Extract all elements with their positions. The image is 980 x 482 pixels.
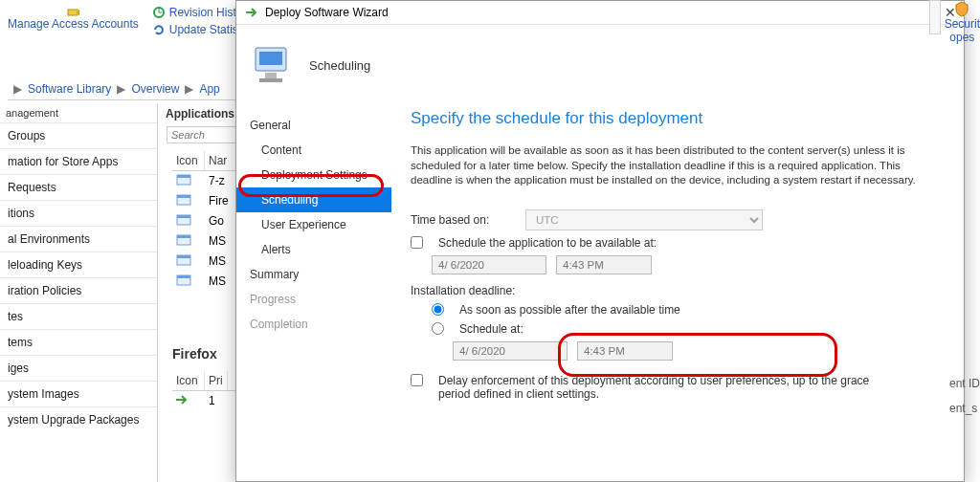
time-based-label: Time based on: xyxy=(411,213,516,227)
deadline-schedule-label: Schedule at: xyxy=(459,322,523,336)
left-nav-item[interactable]: tems xyxy=(0,329,157,355)
schedule-available-checkbox[interactable] xyxy=(411,236,423,249)
security-icon xyxy=(953,0,970,17)
deadline-time-input[interactable] xyxy=(577,341,673,361)
breadcrumb-item[interactable]: Overview xyxy=(131,82,179,96)
left-nav-item[interactable]: Requests xyxy=(0,174,157,200)
left-nav-item[interactable]: iges xyxy=(0,355,157,381)
schedule-available-label: Schedule the application to be available… xyxy=(438,236,657,250)
svg-rect-10 xyxy=(177,235,190,238)
breadcrumb-item[interactable]: Software Library xyxy=(28,82,111,96)
toolbar-label: Manage Access Accounts xyxy=(8,17,139,31)
left-nav-item[interactable]: tes xyxy=(0,303,157,329)
svg-rect-16 xyxy=(259,52,282,65)
wizard-titlebar: Deploy Software Wizard ✕ xyxy=(236,1,964,25)
content-description: This application will be available as so… xyxy=(411,143,945,188)
left-nav-item[interactable]: itions xyxy=(0,200,157,226)
delay-enforcement-label: Delay enforcement of this deployment acc… xyxy=(438,374,888,401)
app-icon xyxy=(176,174,191,186)
left-nav-header: anagement xyxy=(0,103,157,122)
app-icon xyxy=(176,274,191,286)
svg-point-1 xyxy=(78,9,79,16)
detail-title: Firefox xyxy=(172,346,217,362)
left-nav: anagement Groupsmation for Store AppsReq… xyxy=(0,103,158,482)
left-nav-item[interactable]: Groups xyxy=(0,122,157,148)
key-icon xyxy=(66,4,79,17)
wizard-banner-text: Scheduling xyxy=(309,58,370,73)
col-icon[interactable]: Icon xyxy=(172,371,205,390)
scrollbar[interactable] xyxy=(929,0,941,34)
left-nav-item[interactable]: leloading Keys xyxy=(0,252,157,277)
chevron-right-icon: ▶ xyxy=(117,82,125,96)
delay-enforcement-checkbox[interactable] xyxy=(411,374,423,386)
deadline-schedule-radio[interactable] xyxy=(432,322,444,335)
available-time-input[interactable] xyxy=(556,255,652,274)
left-nav-item[interactable]: iration Policies xyxy=(0,277,157,303)
wiz-nav-scheduling[interactable]: Scheduling xyxy=(236,187,391,212)
svg-rect-6 xyxy=(177,195,190,198)
main-toolbar: Manage Access Accounts Revision History … xyxy=(0,0,263,42)
wiz-nav-deployment-settings[interactable]: Deployment Settings xyxy=(236,163,391,187)
cell-ent-user: ent_s xyxy=(949,402,980,415)
col-ent-id[interactable]: ent ID xyxy=(949,377,980,390)
history-icon xyxy=(152,6,166,19)
left-nav-item[interactable]: mation for Store Apps xyxy=(0,148,157,174)
wiz-nav-progress: Progress xyxy=(236,287,391,312)
app-icon xyxy=(176,234,191,246)
chevron-right-icon: ▶ xyxy=(13,82,22,96)
wiz-nav-completion: Completion xyxy=(236,312,391,337)
left-nav-item[interactable]: ystem Upgrade Packages xyxy=(0,406,157,432)
wiz-nav-general[interactable]: General xyxy=(236,113,391,138)
time-based-select[interactable]: UTC xyxy=(525,209,763,230)
col-priority[interactable]: Pri xyxy=(205,371,228,390)
wiz-nav-content[interactable]: Content xyxy=(236,138,391,163)
col-icon[interactable]: Icon xyxy=(172,151,205,170)
wiz-nav-summary[interactable]: Summary xyxy=(236,262,391,287)
deadline-asap-radio[interactable] xyxy=(432,303,444,316)
toolbar-manage-access[interactable]: Manage Access Accounts xyxy=(8,4,139,38)
available-date-input[interactable] xyxy=(432,255,546,274)
svg-rect-14 xyxy=(177,275,190,278)
left-nav-item[interactable]: ystem Images xyxy=(0,381,157,406)
breadcrumb: ▶ Software Library ▶ Overview ▶ App xyxy=(8,78,256,100)
deploy-icon xyxy=(244,5,259,20)
arrow-right-icon xyxy=(176,395,191,405)
wizard-banner: Scheduling xyxy=(236,25,964,105)
computer-icon xyxy=(250,42,296,88)
wizard-content: Specify the schedule for this deployment… xyxy=(391,105,964,482)
left-nav-item[interactable]: al Environments xyxy=(0,226,157,252)
chevron-right-icon: ▶ xyxy=(185,82,193,96)
wizard-title-text: Deploy Software Wizard xyxy=(265,6,945,19)
svg-rect-0 xyxy=(68,10,78,15)
refresh-icon xyxy=(152,23,166,36)
app-icon xyxy=(176,254,191,266)
svg-rect-18 xyxy=(259,78,282,82)
deploy-software-wizard: Deploy Software Wizard ✕ Scheduling Gene… xyxy=(235,0,965,482)
svg-rect-12 xyxy=(177,255,190,258)
breadcrumb-item[interactable]: App xyxy=(199,82,219,96)
deadline-date-input[interactable] xyxy=(453,341,568,361)
wiz-nav-user-experience[interactable]: User Experience xyxy=(236,212,391,237)
svg-rect-8 xyxy=(177,215,190,218)
app-icon xyxy=(176,214,191,226)
svg-rect-4 xyxy=(177,175,190,178)
wiz-nav-alerts[interactable]: Alerts xyxy=(236,237,391,262)
deadline-asap-label: As soon as possible after the available … xyxy=(459,303,680,317)
app-icon xyxy=(176,194,191,206)
svg-rect-17 xyxy=(265,73,277,78)
install-deadline-label: Installation deadline: xyxy=(411,284,515,297)
wizard-nav: General Content Deployment Settings Sche… xyxy=(236,105,391,482)
content-heading: Specify the schedule for this deployment xyxy=(411,109,945,128)
